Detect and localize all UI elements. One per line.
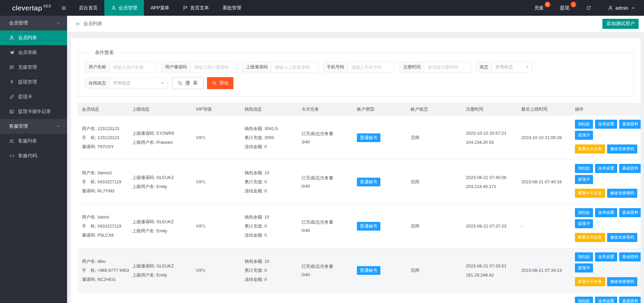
- today-task-cell: 已完成/总任务量0/40: [298, 248, 353, 293]
- online-status-select[interactable]: 所有状态: [110, 78, 167, 88]
- search-panel: 条件搜索 用户名称用户邀请码上级邀请码手机号码注册时间状态所有状态 在线状态所有…: [78, 50, 634, 97]
- user-invite-code-field-label: 用户邀请码: [161, 62, 191, 72]
- sidebar-toggle-button[interactable]: [55, 0, 72, 16]
- actions-primary: 加扣款连单设置基础资料提现卡: [575, 164, 641, 186]
- nav-item-home-text[interactable]: 首页文本: [176, 0, 216, 16]
- phone-field[interactable]: [348, 62, 395, 72]
- member-table: 会员信息上级信息VIP等级钱包信息今天任务账户类型账户状态注册时间最后上线时间操…: [78, 103, 641, 303]
- change-login-password-button[interactable]: 修改登录密码: [607, 233, 637, 242]
- actions-secondary: 重置今天任务修改登录密码: [575, 144, 641, 156]
- register-time-cell: 2023-08-21 07:40:06203.214.49.171: [462, 160, 517, 204]
- double-angle-icon: ≫: [75, 21, 80, 27]
- column-header-3: 钱包信息: [240, 103, 298, 116]
- reset-today-task-button[interactable]: 重置今天任务: [575, 277, 605, 286]
- actions-cell: 加扣款连单设置基础资料提现卡重置今天任务修改登录密码: [571, 248, 641, 293]
- nav-item-app-menu[interactable]: APP菜单: [144, 0, 176, 16]
- add-deduct-button[interactable]: 加扣款: [575, 297, 593, 303]
- nav-item-app-menu-label: APP菜单: [151, 5, 169, 11]
- chain-order-settings-button[interactable]: 连单设置: [595, 297, 617, 303]
- chain-order-settings-button[interactable]: 连单设置: [595, 252, 617, 261]
- withdraw-card-button[interactable]: 提现卡: [575, 175, 593, 184]
- change-login-password-button[interactable]: 修改登录密码: [607, 144, 637, 154]
- status-select-group: 状态所有状态: [476, 62, 532, 72]
- add-deduct-button[interactable]: 加扣款: [575, 252, 593, 261]
- person-icon: [9, 35, 14, 41]
- sidebar-item-withdraw-management[interactable]: 提现管理: [0, 75, 67, 89]
- status-select[interactable]: 所有状态: [492, 62, 532, 72]
- add-deduct-button[interactable]: 加扣款: [575, 208, 593, 217]
- search-row-1: 用户名称用户邀请码上级邀请码手机号码注册时间状态所有状态: [85, 62, 630, 72]
- actions-primary: 加扣款连单设置基础资料提现卡: [575, 120, 641, 142]
- basic-info-button[interactable]: 基础资料: [619, 208, 641, 217]
- table-row: 用户名: dibu手 机: +965 6777 9453邀请码: NC2HEG上…: [78, 248, 641, 293]
- add-test-user-button[interactable]: 添加测试用户: [602, 19, 639, 29]
- actions-primary: 加扣款连单设置基础资料提现卡: [575, 297, 641, 303]
- account-status-cell: 启用: [407, 160, 462, 204]
- breadcrumb-bar: ≫ 会员列表 添加测试用户: [67, 16, 644, 32]
- actions-cell: 加扣款连单设置基础资料提现卡重置今天任务修改登录密码: [571, 160, 641, 204]
- chain-order-settings-button[interactable]: 连单设置: [595, 164, 617, 173]
- user-menu[interactable]: admin: [599, 0, 644, 16]
- flag-icon: [183, 5, 188, 11]
- recharge-badge: 0: [545, 2, 550, 7]
- code-icon: [9, 153, 14, 159]
- reset-today-task-button[interactable]: 重置今天任务: [575, 233, 605, 242]
- nav-item-system-management[interactable]: 系统管理: [216, 0, 248, 16]
- search-panel-legend: 条件搜索: [92, 50, 117, 56]
- sidebar-group-member-management[interactable]: 会员管理: [0, 16, 67, 31]
- nav-item-dashboard[interactable]: 后台首页: [72, 0, 104, 16]
- wallet-info-cell: 钱包余额: 10累计充值: 0冻结金额: 0: [240, 204, 298, 248]
- change-login-password-button[interactable]: 修改登录密码: [607, 189, 637, 198]
- chevron-up-icon: [631, 5, 636, 11]
- sidebar-item-recharge-management[interactable]: 充值管理: [0, 60, 67, 75]
- parent-invite-code-field[interactable]: [271, 62, 318, 72]
- withdraw-card-button[interactable]: 提现卡: [575, 131, 593, 140]
- add-deduct-button[interactable]: 加扣款: [575, 120, 593, 129]
- account-type-cell: 普通账号: [353, 248, 407, 293]
- actions-secondary: 重置今天任务修改登录密码: [575, 189, 641, 200]
- nav-item-member-management[interactable]: 会员管理: [104, 0, 144, 16]
- account-type-cell: 普通账号: [353, 116, 407, 160]
- last-online-cell: 2023-10-10 21:05:28: [517, 116, 571, 160]
- sidebar-item-member-level[interactable]: 会员等级: [0, 45, 67, 60]
- reset-today-task-button[interactable]: 重置今天任务: [575, 189, 605, 198]
- chain-order-settings-button[interactable]: 连单设置: [595, 120, 617, 129]
- withdraw-nav-item[interactable]: 提现 1: [552, 0, 578, 16]
- today-task-cell: 已完成/总任务量3/40: [298, 116, 353, 160]
- user-invite-code-field[interactable]: [191, 62, 237, 72]
- table-header-row: 会员信息上级信息VIP等级钱包信息今天任务账户类型账户状态注册时间最后上线时间操…: [78, 103, 641, 116]
- last-online-cell: 2023-08-21 07:40:16: [517, 160, 571, 204]
- search-button[interactable]: 搜 索: [172, 77, 204, 89]
- sidebar-item-member-list[interactable]: 会员列表: [0, 31, 67, 45]
- sidebar-item-service-list[interactable]: 客服列表: [0, 134, 67, 148]
- basic-info-button[interactable]: 基础资料: [619, 120, 641, 129]
- recharge-nav-item[interactable]: 充值 0: [526, 0, 552, 16]
- basic-info-button[interactable]: 基础资料: [619, 252, 641, 261]
- parent-info-cell: 上级邀请码: GLEUKZ上级用户名: Emily: [128, 160, 192, 204]
- withdraw-card-button[interactable]: 提现卡: [575, 219, 593, 228]
- basic-info-button[interactable]: 基础资料: [619, 164, 641, 173]
- sidebar-item-service-code[interactable]: 客服代码: [0, 148, 67, 163]
- register-time-field[interactable]: [424, 62, 471, 72]
- sidebar-item-withdraw-card-label: 提现卡: [18, 94, 32, 100]
- basic-info-button[interactable]: 基础资料: [619, 297, 641, 303]
- sidebar-item-withdraw-card-log[interactable]: 提现卡操作记录: [0, 104, 67, 119]
- chevron-down-icon: [56, 124, 61, 129]
- sidebar-item-service-code-label: 客服代码: [18, 153, 37, 159]
- breadcrumb[interactable]: 会员列表: [84, 21, 102, 27]
- refresh-button[interactable]: [578, 0, 599, 16]
- sidebar-item-recharge-management-label: 充值管理: [18, 64, 37, 70]
- reset-today-task-button[interactable]: 重置今天任务: [575, 144, 605, 154]
- change-login-password-button[interactable]: 修改登录密码: [607, 277, 637, 286]
- column-header-7: 注册时间: [462, 103, 517, 116]
- withdraw-card-button[interactable]: 提现卡: [575, 263, 593, 272]
- sidebar-item-withdraw-card[interactable]: 提现卡: [0, 89, 67, 104]
- add-deduct-button[interactable]: 加扣款: [575, 164, 593, 173]
- account-type-cell: 普通账号: [353, 160, 407, 204]
- sidebar-group-service-management[interactable]: 客服管理: [0, 119, 67, 134]
- chat-icon: [9, 65, 14, 70]
- sidebar-item-withdraw-management-label: 提现管理: [18, 79, 37, 85]
- chain-order-settings-button[interactable]: 连单设置: [595, 208, 617, 217]
- export-button[interactable]: 导出: [207, 77, 233, 89]
- username-field[interactable]: [110, 62, 157, 72]
